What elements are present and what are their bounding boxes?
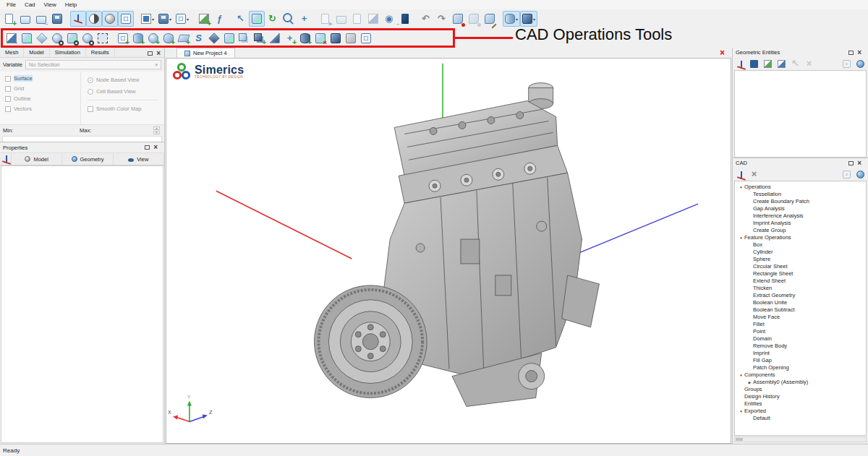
toolbar-button-report[interactable] xyxy=(349,11,365,27)
menu-item-view[interactable]: View xyxy=(40,1,61,9)
toolbar-button-patch-opening[interactable] xyxy=(358,31,373,46)
tree-item-create-group[interactable]: Create Group xyxy=(735,226,866,233)
toolbar-button-pick[interactable]: ↖ xyxy=(789,58,801,69)
toolbar-button-thicken[interactable] xyxy=(206,31,221,46)
tree-item-extract-geometry[interactable]: Extract Geometry xyxy=(735,291,866,298)
tab-model[interactable]: Model xyxy=(12,153,62,165)
toolbar-button-show-axes[interactable] xyxy=(734,58,746,69)
toolbar-button-select-entity-mode[interactable] xyxy=(249,11,265,27)
expander-icon[interactable] xyxy=(738,371,744,378)
toolbar-button-domain[interactable] xyxy=(297,31,312,46)
toolbar-button-update-geometry[interactable] xyxy=(450,11,466,27)
tree-item-boolean-unite[interactable]: Boolean Unite xyxy=(735,298,866,306)
tree-item-groups[interactable]: Groups xyxy=(735,385,866,392)
float-panel-icon[interactable] xyxy=(848,161,854,165)
toolbar-button-boundary-flag[interactable] xyxy=(748,58,760,69)
close-panel-icon[interactable]: × xyxy=(153,144,158,151)
checkbox-vectors[interactable]: Vectors xyxy=(5,106,80,112)
close-panel-icon[interactable]: × xyxy=(857,160,861,167)
toolbar-button-world-view[interactable] xyxy=(854,58,867,69)
tab-new-project-4[interactable]: New Project 4 xyxy=(176,48,235,58)
close-panel-icon[interactable]: × xyxy=(857,49,861,56)
viewport-canvas[interactable]: Y X Z Simerics TECHNOLOGY BY DESIGN xyxy=(166,58,731,444)
toolbar-button-box[interactable] xyxy=(115,31,130,46)
checkbox-outline[interactable]: Outline xyxy=(5,95,80,102)
close-panel-icon[interactable]: × xyxy=(156,50,161,57)
tree-item-boolean-subtract[interactable]: Boolean Subtract xyxy=(735,306,866,313)
toolbar-button-gap-analysis[interactable] xyxy=(49,31,64,46)
toolbar-button-import-project[interactable] xyxy=(33,11,49,27)
toolbar-button-display-style[interactable]: ▾ xyxy=(503,11,520,27)
expander-icon[interactable] xyxy=(738,234,744,241)
toolbar-button-circular-sheet[interactable] xyxy=(161,31,176,46)
toolbar-button-boolean-subtract[interactable] xyxy=(252,31,267,46)
tree-item-feature-operations[interactable]: Feature Operations xyxy=(735,233,866,241)
tree-item-domain[interactable]: Domain xyxy=(735,335,866,342)
toolbar-button-point[interactable]: + xyxy=(282,31,297,46)
toolbar-button-plot-window[interactable] xyxy=(196,11,212,27)
toolbar-button-imprint-analysis[interactable] xyxy=(80,31,95,46)
tree-item-tessellation[interactable]: Tessellation xyxy=(735,190,866,197)
variable-select[interactable]: No Selection xyxy=(25,60,161,69)
tab-results[interactable]: Results xyxy=(86,48,115,57)
tree-item-entities[interactable]: Entities xyxy=(735,400,866,407)
toolbar-button-undo[interactable]: ↶ xyxy=(418,11,434,27)
tree-item-default[interactable]: Default xyxy=(735,414,866,421)
toolbar-button-tessellation[interactable] xyxy=(34,31,49,46)
tab-geometry[interactable]: Geometry xyxy=(62,153,113,165)
toolbar-button-remove-body[interactable] xyxy=(312,31,328,46)
toolbar-button-show-solid[interactable] xyxy=(762,58,774,69)
float-panel-icon[interactable] xyxy=(145,145,150,150)
toolbar-button-run-simulation[interactable] xyxy=(318,11,333,27)
scrollbar-thumb[interactable] xyxy=(736,438,743,441)
tree-item-rectangle-sheet[interactable]: Rectangle Sheet xyxy=(735,270,866,277)
tree-item-interference-analysis[interactable]: Interference Analysis xyxy=(735,212,866,219)
toolbar-button-fit-view[interactable]: ▾ xyxy=(139,11,156,27)
radio-node-based-view[interactable]: Node Based View xyxy=(88,77,164,83)
tree-item-point[interactable]: Point xyxy=(735,327,866,335)
tree-item-thicken[interactable]: Thicken xyxy=(735,284,866,291)
tree-item-fill-gap[interactable]: Fill Gap xyxy=(735,356,866,363)
tree-item-circular-sheet[interactable]: Circular Sheet xyxy=(735,262,866,270)
expander-icon[interactable] xyxy=(738,408,744,414)
close-tab-icon[interactable]: × xyxy=(720,48,725,58)
float-panel-icon[interactable] xyxy=(148,51,153,56)
toolbar-button-detach-panel[interactable] xyxy=(841,168,853,180)
toolbar-button-rotate-mode[interactable]: ↻ xyxy=(265,11,281,27)
geometric-entities-list[interactable] xyxy=(734,70,867,158)
tab-simulation[interactable]: Simulation xyxy=(50,48,86,57)
toolbar-button-show-axes[interactable] xyxy=(70,11,86,27)
menu-item-file[interactable]: File xyxy=(2,1,20,9)
toolbar-button-show-mesh[interactable] xyxy=(775,58,788,69)
toolbar-button-boolean-unite[interactable] xyxy=(237,31,252,46)
tree-item-imprint[interactable]: Imprint xyxy=(735,349,866,356)
toolbar-button-extract-geometry[interactable] xyxy=(221,31,237,46)
tree-item-box[interactable]: Box xyxy=(735,241,866,248)
toolbar-button-selection-style[interactable]: ▾ xyxy=(520,11,537,27)
toolbar-button-fillet[interactable] xyxy=(328,31,343,46)
toolbar-button-flow-chart[interactable] xyxy=(365,11,381,27)
toolbar-button-detach-panel[interactable] xyxy=(841,58,853,69)
expander-icon[interactable] xyxy=(746,379,753,385)
toolbar-button-world-view[interactable] xyxy=(854,168,867,180)
menu-item-cad[interactable]: Cad xyxy=(20,1,40,9)
tree-item-fillet[interactable]: Fillet xyxy=(735,320,866,327)
toolbar-button-shading[interactable] xyxy=(102,11,118,27)
menu-item-help[interactable]: Help xyxy=(61,1,81,9)
toolbar-button-open-project[interactable] xyxy=(17,11,33,27)
toolbar-button-sync-geometry[interactable] xyxy=(466,11,482,27)
toolbar-button-redo[interactable]: ↷ xyxy=(434,11,450,27)
horizontal-scrollbar[interactable] xyxy=(734,436,867,442)
float-panel-icon[interactable] xyxy=(848,51,854,55)
toolbar-button-lighting[interactable] xyxy=(86,11,102,27)
tree-item-exported[interactable]: Exported xyxy=(735,407,866,414)
toolbar-button-new-project[interactable] xyxy=(1,11,17,27)
expander-icon[interactable] xyxy=(738,184,744,190)
tree-item-remove-body[interactable]: Remove Body xyxy=(735,342,866,349)
tree-item-components[interactable]: Components xyxy=(735,371,866,378)
toolbar-button-select-mode[interactable]: ↖ xyxy=(233,11,249,27)
tab-model[interactable]: Model xyxy=(24,48,49,57)
tree-item-operations[interactable]: Operations xyxy=(735,183,866,190)
tree-item-create-boundary-patch[interactable]: Create Boundary Patch xyxy=(735,197,866,205)
checkbox-grid[interactable]: Grid xyxy=(5,85,80,92)
